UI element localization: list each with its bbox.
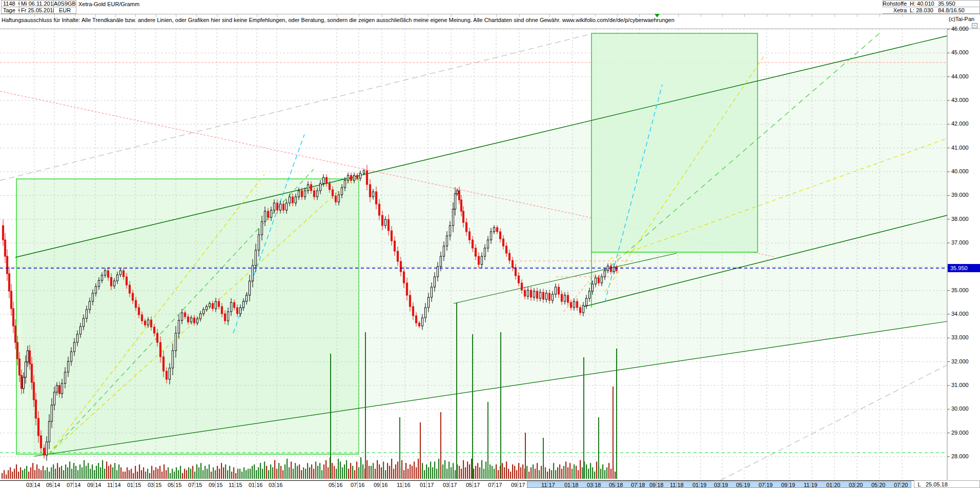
candle-body <box>465 222 467 232</box>
current-price-tag: 35.950 <box>948 264 980 272</box>
volume-bar <box>233 467 234 479</box>
candle-body <box>178 320 179 333</box>
volume-bar <box>512 464 513 479</box>
candle-body <box>421 318 423 326</box>
volume-bar <box>518 463 519 479</box>
volume-bar <box>508 469 509 479</box>
volume-bar <box>448 461 450 479</box>
volume-spike <box>487 402 488 479</box>
right-trend-box <box>591 33 758 252</box>
volume-bar <box>18 472 19 479</box>
candle-body <box>329 184 330 190</box>
candle-body <box>427 297 429 308</box>
volume-bar <box>287 459 288 479</box>
candle-body <box>126 277 127 285</box>
volume-bar <box>43 466 44 479</box>
volume-bar <box>63 470 64 479</box>
volume-bar <box>73 463 74 479</box>
volume-bar <box>323 464 324 479</box>
x-axis-label: 0520 <box>871 481 886 488</box>
candle-body <box>289 197 290 203</box>
candle-body <box>53 392 55 405</box>
candle-body <box>552 294 553 300</box>
candle-body <box>555 287 556 294</box>
volume-bar <box>545 467 546 479</box>
volume-bar <box>455 470 456 479</box>
candle-body <box>64 372 66 383</box>
volume-bar <box>139 464 140 479</box>
candle-body <box>316 191 318 197</box>
candle-body <box>521 283 522 290</box>
volume-bar <box>338 459 339 479</box>
volume-bar <box>100 467 101 479</box>
candle-body <box>37 418 39 436</box>
y-axis-label: 44.000 <box>951 73 969 79</box>
volume-bar <box>444 460 445 479</box>
x-axis-label: 1116 <box>397 481 411 488</box>
volume-bar <box>274 460 275 479</box>
candle-body <box>313 191 315 197</box>
candle-body <box>298 191 299 197</box>
candle-body <box>536 291 538 298</box>
volume-bar <box>469 464 470 479</box>
candle-body <box>236 308 238 314</box>
y-axis-label: 37.000 <box>951 239 969 246</box>
volume-bar <box>565 461 566 479</box>
volume-bar <box>252 466 253 479</box>
candle-body <box>14 326 16 342</box>
x-axis[interactable]: 0314051407140914111401150315051507150915… <box>0 480 980 488</box>
candle-body <box>478 256 479 265</box>
volume-bar <box>10 467 11 479</box>
candle-body <box>539 292 541 298</box>
volume-bar <box>172 469 173 479</box>
volume-bar <box>102 460 103 479</box>
volume-bar <box>127 467 128 479</box>
volume-bar <box>535 469 536 479</box>
volume-bar <box>188 467 189 479</box>
footer-l-cell: L <box>914 480 925 488</box>
candle-body <box>564 295 565 301</box>
volume-bar <box>112 467 113 479</box>
volume-bar <box>280 466 281 479</box>
candle-body <box>412 307 414 316</box>
x-axis-label: 0517 <box>466 481 480 488</box>
volume-bar <box>301 470 302 479</box>
volume-bar <box>262 469 263 479</box>
volume-bar <box>166 470 167 479</box>
candle-body <box>460 200 462 211</box>
volume-bar <box>243 467 244 479</box>
candle-body <box>221 307 222 314</box>
volume-bar <box>59 467 60 479</box>
volume-bar <box>387 463 388 479</box>
volume-bar <box>282 470 283 479</box>
candle-body <box>359 173 361 178</box>
volume-bar <box>14 469 15 479</box>
candle-body <box>585 298 587 306</box>
candle-body <box>332 190 333 196</box>
candle-body <box>184 313 186 317</box>
candle-body <box>415 316 417 323</box>
x-axis-label: 0720 <box>894 481 908 488</box>
candle-body <box>335 196 336 202</box>
volume-bar <box>506 461 507 479</box>
volume-bar <box>346 460 347 479</box>
candle-body <box>110 277 112 286</box>
volume-bar <box>53 464 54 479</box>
volume-bar <box>264 461 265 479</box>
candle-body <box>162 357 164 371</box>
chart-plot-area[interactable] <box>0 0 980 488</box>
volume-bar <box>332 463 333 479</box>
volume-bar <box>67 467 68 479</box>
volume-bar <box>276 469 277 479</box>
volume-bar <box>34 470 35 479</box>
volume-bar <box>438 459 439 479</box>
volume-spike <box>598 417 599 479</box>
volume-bar <box>194 472 195 479</box>
candle-body <box>304 191 305 197</box>
candle-body <box>576 301 578 308</box>
candle-body <box>375 192 377 204</box>
volume-bar <box>250 469 251 479</box>
x-axis-label: 0317 <box>443 481 457 488</box>
x-axis-label: 0518 <box>609 481 623 488</box>
volume-bar <box>436 469 437 479</box>
